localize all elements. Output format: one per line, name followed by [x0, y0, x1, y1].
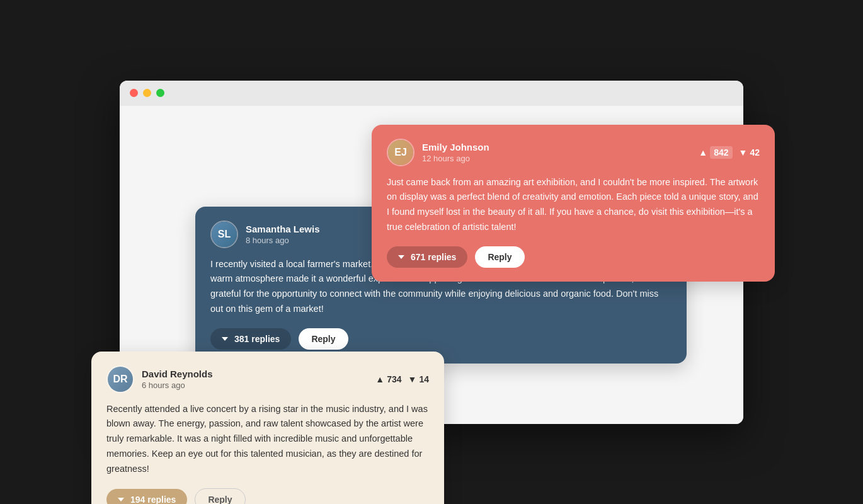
emily-avatar: EJ — [387, 139, 414, 166]
emily-replies-label: 671 replies — [411, 252, 456, 262]
samantha-avatar: SL — [210, 220, 238, 248]
emily-downvote[interactable]: ▼ 42 — [739, 147, 760, 158]
emily-time: 12 hours ago — [422, 154, 691, 163]
title-bar — [120, 81, 743, 106]
samantha-reply-button[interactable]: Reply — [299, 328, 348, 350]
emily-downvote-count: 42 — [750, 147, 760, 158]
emily-replies-chevron — [398, 255, 404, 259]
david-downvote-count: 14 — [419, 374, 429, 384]
david-downvote[interactable]: ▼ 14 — [408, 374, 429, 384]
emily-card-header: EJ Emily Johnson 12 hours ago ▲ 842 ▼ 42 — [387, 139, 760, 166]
card-emily: EJ Emily Johnson 12 hours ago ▲ 842 ▼ 42 — [372, 125, 775, 282]
david-replies-button[interactable]: 194 replies — [106, 489, 187, 504]
david-upvote-icon: ▲ — [375, 374, 384, 384]
emily-upvote-count: 842 — [710, 146, 732, 159]
david-avatar-initials: DR — [108, 367, 133, 392]
window-minimize-dot[interactable] — [143, 89, 151, 97]
david-name: David Reynolds — [142, 369, 368, 379]
emily-upvote[interactable]: ▲ 842 — [699, 146, 732, 159]
browser-window: EJ Emily Johnson 12 hours ago ▲ 842 ▼ 42 — [120, 81, 743, 424]
samantha-replies-chevron — [222, 337, 228, 341]
david-user-info: David Reynolds 6 hours ago — [142, 369, 368, 390]
emily-user-info: Emily Johnson 12 hours ago — [422, 142, 691, 163]
samantha-avatar-initials: SL — [212, 222, 237, 247]
david-time: 6 hours ago — [142, 381, 368, 390]
emily-body: Just came back from an amazing art exhib… — [387, 175, 760, 236]
emily-name: Emily Johnson — [422, 142, 691, 152]
emily-footer: 671 replies Reply — [387, 246, 760, 268]
samantha-replies-button[interactable]: 381 replies — [210, 328, 291, 350]
david-upvote-count: 734 — [387, 374, 401, 384]
window-close-dot[interactable] — [130, 89, 138, 97]
browser-content: EJ Emily Johnson 12 hours ago ▲ 842 ▼ 42 — [120, 106, 743, 424]
david-card-header: DR David Reynolds 6 hours ago ▲ 734 ▼ 14 — [106, 365, 429, 393]
david-body: Recently attended a live concert by a ri… — [106, 402, 429, 478]
samantha-footer: 381 replies Reply — [210, 328, 672, 350]
emily-replies-button[interactable]: 671 replies — [387, 246, 467, 268]
window-maximize-dot[interactable] — [156, 89, 164, 97]
emily-reply-button[interactable]: Reply — [475, 246, 524, 268]
david-reply-button[interactable]: Reply — [195, 488, 245, 504]
david-upvote[interactable]: ▲ 734 — [375, 374, 401, 384]
emily-vote-section: ▲ 842 ▼ 42 — [699, 146, 760, 159]
david-footer: 194 replies Reply — [106, 488, 429, 504]
david-vote-section: ▲ 734 ▼ 14 — [375, 374, 429, 384]
emily-avatar-initials: EJ — [388, 140, 413, 165]
card-david: DR David Reynolds 6 hours ago ▲ 734 ▼ 14 — [91, 352, 444, 505]
david-replies-chevron — [118, 498, 124, 501]
samantha-replies-label: 381 replies — [234, 334, 280, 344]
david-avatar: DR — [106, 365, 134, 393]
david-replies-label: 194 replies — [130, 495, 176, 504]
emily-downvote-icon: ▼ — [739, 147, 748, 158]
emily-upvote-icon: ▲ — [699, 147, 707, 158]
david-downvote-icon: ▼ — [408, 374, 417, 384]
